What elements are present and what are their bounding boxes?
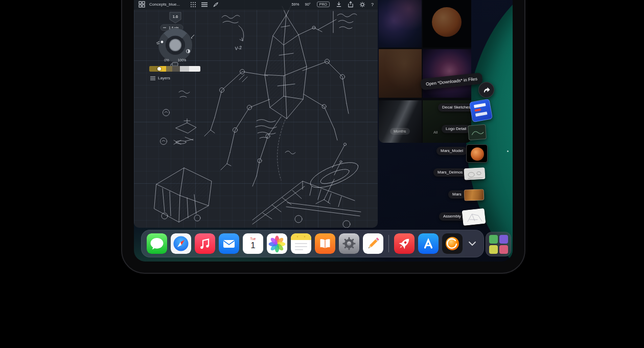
dock-divider <box>388 235 389 252</box>
share-icon[interactable] <box>347 1 355 8</box>
dock-music-icon[interactable] <box>195 233 215 254</box>
concepts-toolbar: Concepts_blue... <box>134 0 378 10</box>
rotation-angle[interactable]: 90° <box>305 2 310 7</box>
document-title[interactable]: Concepts_blue... <box>149 2 180 7</box>
drag-item-label[interactable]: Logo Detail <box>442 125 470 133</box>
dock-messages-icon[interactable] <box>147 233 167 254</box>
ipad-screen: V-2 Concepts_blue... <box>134 0 513 262</box>
app-library-mini-tile <box>489 235 498 244</box>
calendar-day: 1 <box>250 241 255 250</box>
chevron-down-icon <box>468 241 477 247</box>
drag-item-label[interactable]: Mars_Deimos <box>433 168 467 177</box>
dock-photos-icon[interactable] <box>267 233 287 254</box>
color-swatch[interactable] <box>180 66 189 72</box>
dock-safari-icon[interactable] <box>171 233 191 254</box>
dock-mail-icon[interactable] <box>219 233 239 254</box>
dock-calendar-icon[interactable]: Tue 1 <box>243 233 263 254</box>
drag-thumb-mars-model[interactable] <box>466 144 488 163</box>
dock-pencil-app-icon[interactable] <box>363 233 383 254</box>
palette-selection-dot[interactable] <box>157 67 161 71</box>
concepts-app-window: V-2 Concepts_blue... <box>134 0 378 228</box>
drag-item-label[interactable]: Mars_Model <box>436 147 467 155</box>
color-swatch[interactable] <box>172 66 180 72</box>
color-palette-strip <box>149 66 200 72</box>
help-icon[interactable]: ? <box>371 2 374 7</box>
color-swatch[interactable] <box>166 66 172 72</box>
dock: Tue 1 <box>141 230 484 257</box>
drag-thumb-decal-sheet[interactable] <box>469 99 493 122</box>
wallpaper-star <box>507 150 509 152</box>
pro-badge[interactable]: PRO <box>317 2 330 7</box>
app-library-mini-tile <box>489 245 498 254</box>
dock-rocket-app-icon[interactable] <box>394 233 415 254</box>
dock-books-icon[interactable] <box>315 233 335 254</box>
drag-thumb-mars-deimos[interactable] <box>464 167 485 180</box>
drag-forward-badge <box>478 82 494 98</box>
zoom-level[interactable]: 59% <box>291 2 299 7</box>
app-library-icon[interactable] <box>486 232 511 256</box>
drag-item-label[interactable]: Mars <box>448 190 466 199</box>
settings-gear-icon[interactable] <box>359 1 366 8</box>
brush-tool-wheel[interactable]: 1.6 1.6 pts 0% 100% <box>152 11 198 69</box>
color-swatch[interactable] <box>189 66 200 72</box>
drag-item-label[interactable]: Assembly <box>439 212 465 221</box>
ipad-device: V-2 Concepts_blue... <box>121 0 525 274</box>
brush-size-value: 1.6 <box>173 14 178 19</box>
dock-settings-icon[interactable] <box>339 233 359 254</box>
import-icon[interactable] <box>335 1 343 8</box>
list-icon[interactable] <box>200 1 208 8</box>
gallery-grid-icon[interactable] <box>138 1 146 8</box>
photos-panel: Months All <box>379 0 471 143</box>
dock-app-store-icon[interactable] <box>418 233 439 254</box>
app-library-mini-tile <box>499 245 508 254</box>
layers-label: Layers <box>158 76 170 80</box>
opacity-min-label: 0% <box>164 58 169 62</box>
app-library-mini-tile <box>499 235 508 244</box>
dock-notes-icon[interactable] <box>291 233 311 254</box>
layers-button[interactable]: Layers <box>150 76 170 80</box>
dots-grid-icon[interactable] <box>189 1 197 8</box>
hamburger-icon <box>150 76 155 80</box>
forward-arrow-icon <box>482 86 491 94</box>
tab-months[interactable]: Months <box>390 128 410 135</box>
sketch-note-text: V-2 <box>235 45 242 51</box>
dock-collapse-button[interactable] <box>466 233 478 254</box>
opacity-max-label: 100% <box>178 58 187 62</box>
dock-orange-app-icon[interactable] <box>442 233 463 254</box>
tab-all[interactable]: All <box>433 130 438 135</box>
drag-thumb-assembly[interactable] <box>462 208 486 226</box>
drag-thumb-mars-surface[interactable] <box>464 189 485 201</box>
pen-tool-icon[interactable] <box>212 1 219 8</box>
drag-thumb-logo-detail[interactable] <box>468 124 487 140</box>
panel-dim-overlay <box>379 0 471 143</box>
